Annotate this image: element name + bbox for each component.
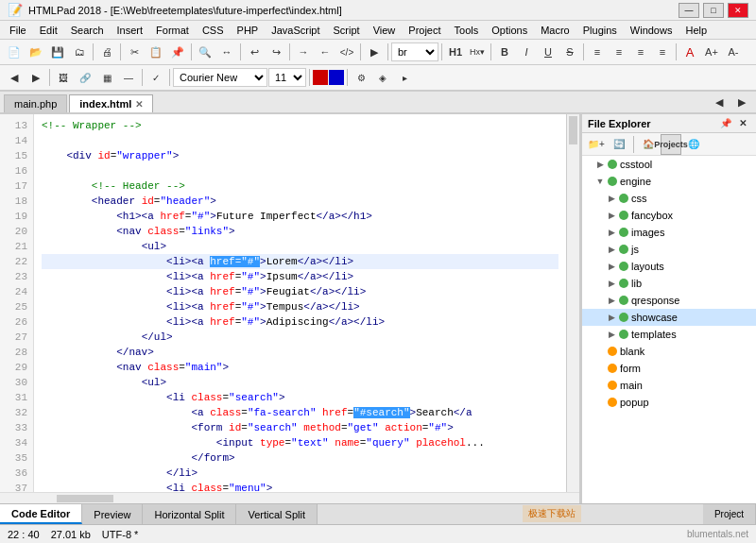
fe-close-button[interactable]: ✕ (735, 116, 750, 131)
menu-search[interactable]: Search (65, 24, 110, 37)
color2-button[interactable] (329, 70, 344, 85)
fe-item-popup[interactable]: popup (582, 394, 756, 411)
copy-button[interactable]: 📋 (146, 42, 166, 62)
menu-javascript[interactable]: JavaScript (266, 24, 325, 37)
cut-button[interactable]: ✂ (124, 42, 145, 62)
close-button[interactable]: ✕ (728, 3, 748, 18)
tab-next-icon[interactable]: ▶ (731, 92, 752, 112)
horizontal-scrollbar[interactable] (0, 492, 579, 503)
table-button[interactable]: ▦ (96, 67, 117, 88)
fe-item-csstool[interactable]: ▶ csstool (582, 156, 756, 173)
menu-windows[interactable]: Windows (625, 24, 679, 37)
menu-php[interactable]: PHP (232, 24, 265, 37)
code-editor[interactable]: 13 14 15 16 17 18 19 20 21 22 23 24 25 2… (0, 114, 581, 503)
align-justify-button[interactable]: ≡ (652, 42, 673, 62)
menu-file[interactable]: File (4, 24, 32, 37)
tab-index-html[interactable]: index.html ✕ (69, 94, 153, 112)
fe-item-layouts[interactable]: ▶ layouts (582, 258, 756, 275)
fe-item-main[interactable]: main (582, 377, 756, 394)
fe-item-engine[interactable]: ▼ engine (582, 173, 756, 190)
menu-macro[interactable]: Macro (535, 24, 576, 37)
fe-item-images[interactable]: ▶ images (582, 224, 756, 241)
hr-button[interactable]: — (118, 67, 139, 88)
fe-item-js[interactable]: ▶ js (582, 241, 756, 258)
h1-button[interactable]: H1 (445, 42, 466, 62)
menu-edit[interactable]: Edit (34, 24, 63, 37)
align-right-button[interactable]: ≡ (630, 42, 651, 62)
replace-button[interactable]: ↔ (216, 42, 237, 62)
redo-button[interactable]: ↪ (266, 42, 286, 62)
fe-item-showcase[interactable]: ▶ showcase (582, 309, 756, 326)
align-left-button[interactable]: ≡ (587, 42, 608, 62)
font-size-dropdown[interactable]: 11 (268, 68, 306, 87)
fe-web-button[interactable]: 🌐 (683, 134, 704, 155)
font-color-button[interactable]: A (679, 42, 700, 62)
forward-button[interactable]: ▶ (26, 67, 46, 88)
fe-item-fancybox[interactable]: ▶ fancybox (582, 207, 756, 224)
menu-insert[interactable]: Insert (112, 24, 149, 37)
bottom-tab-preview[interactable]: Preview (82, 504, 143, 524)
fe-item-lib[interactable]: ▶ lib (582, 275, 756, 292)
menu-css[interactable]: CSS (197, 24, 230, 37)
menu-view[interactable]: View (368, 24, 402, 37)
fe-item-templates[interactable]: ▶ templates (582, 326, 756, 343)
color1-button[interactable] (313, 70, 328, 85)
preview-button[interactable]: ▶ (364, 42, 385, 62)
fe-refresh-button[interactable]: 🔄 (609, 134, 629, 155)
code-content[interactable]: <!-- Wrapper --> <div id="wrapper"> <!--… (34, 114, 566, 492)
menu-format[interactable]: Format (150, 24, 195, 37)
menu-options[interactable]: Options (486, 24, 533, 37)
fe-item-css[interactable]: ▶ css (582, 190, 756, 207)
save-button[interactable]: 💾 (47, 42, 68, 62)
italic-button[interactable]: I (516, 42, 537, 62)
font-family-dropdown[interactable]: Courier New (173, 68, 267, 87)
indent-button[interactable]: → (293, 42, 314, 62)
print-button[interactable]: 🖨 (96, 42, 117, 62)
tab-prev-icon[interactable]: ◀ (709, 92, 730, 112)
tab-main-php[interactable]: main.php (4, 94, 67, 112)
fe-item-blank[interactable]: blank (582, 343, 756, 360)
menu-plugins[interactable]: Plugins (577, 24, 623, 37)
fe-item-qresponse[interactable]: ▶ qresponse (582, 292, 756, 309)
bottom-tab-code-editor[interactable]: Code Editor (0, 504, 82, 524)
tag-button[interactable]: </> (336, 42, 357, 62)
menu-help[interactable]: Help (679, 24, 713, 37)
new-button[interactable]: 📄 (4, 42, 25, 62)
bottom-tab-project[interactable]: Project (703, 504, 756, 524)
save-all-button[interactable]: 🗂 (69, 42, 90, 62)
link-button[interactable]: 🔗 (75, 67, 95, 88)
increase-font-button[interactable]: A+ (701, 42, 722, 62)
close-tab-icon[interactable]: ✕ (135, 99, 143, 110)
fe-new-folder-button[interactable]: 📁+ (586, 134, 607, 155)
image-button[interactable]: 🖼 (53, 67, 74, 88)
find-button[interactable]: 🔍 (195, 42, 215, 62)
strikethrough-button[interactable]: S (559, 42, 580, 62)
fe-projects-button[interactable]: Projects (661, 134, 681, 155)
open-button[interactable]: 📂 (26, 42, 46, 62)
misc3-button[interactable]: ▸ (394, 67, 415, 88)
valid-button[interactable]: ✓ (146, 67, 166, 88)
back-button[interactable]: ◀ (4, 67, 25, 88)
misc1-button[interactable]: ⚙ (351, 67, 371, 88)
bottom-tab-vertical-split[interactable]: Vertical Split (236, 504, 318, 524)
undo-button[interactable]: ↩ (244, 42, 265, 62)
fe-pin-button[interactable]: 📌 (718, 116, 733, 131)
bottom-tab-horizontal-split[interactable]: Horizontal Split (143, 504, 236, 524)
misc2-button[interactable]: ◈ (372, 67, 393, 88)
menu-tools[interactable]: Tools (449, 24, 485, 37)
bold-button[interactable]: B (494, 42, 515, 62)
tag-dropdown[interactable]: br div p (391, 42, 438, 61)
minimize-button[interactable]: — (679, 3, 699, 18)
menu-script[interactable]: Script (328, 24, 366, 37)
underline-button[interactable]: U (538, 42, 558, 62)
outdent-button[interactable]: ← (315, 42, 335, 62)
maximize-button[interactable]: □ (703, 3, 724, 18)
fe-item-form[interactable]: form (582, 360, 756, 377)
decrease-font-button[interactable]: A- (723, 42, 744, 62)
align-center-button[interactable]: ≡ (609, 42, 629, 62)
vertical-scrollbar[interactable] (566, 114, 579, 492)
insert-tag-button[interactable]: Hx▾ (467, 42, 488, 62)
paste-button[interactable]: 📌 (167, 42, 188, 62)
menu-project[interactable]: Project (403, 24, 446, 37)
expand-js-icon: ▶ (607, 242, 616, 257)
